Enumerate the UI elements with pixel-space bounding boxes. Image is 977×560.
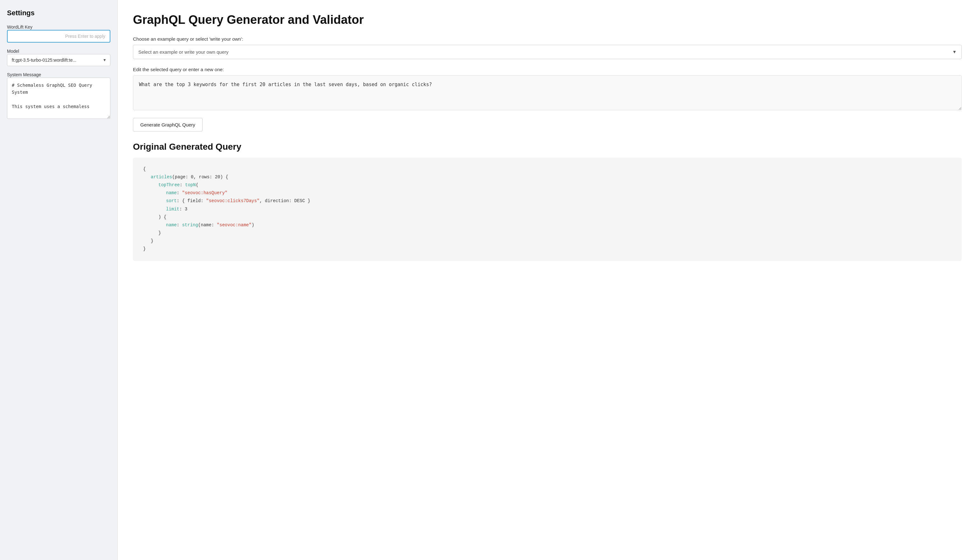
code-line-2: articles(page: 0, rows: 20) { bbox=[143, 173, 952, 181]
code-field-sort: sort bbox=[166, 198, 177, 203]
code-line-3: topThree: topN( bbox=[143, 181, 952, 189]
page-title: GraphQL Query Generator and Validator bbox=[133, 13, 962, 27]
code-field-limit: limit bbox=[166, 207, 179, 212]
original-query-title: Original Generated Query bbox=[133, 142, 962, 152]
code-func-string: string bbox=[182, 222, 198, 228]
system-message-label: System Message bbox=[7, 72, 41, 77]
code-field-name: name bbox=[166, 190, 177, 195]
code-line-8: name: string(name: "seovoc:name") bbox=[143, 221, 952, 229]
code-line-6: limit: 3 bbox=[143, 205, 952, 213]
code-block: { articles(page: 0, rows: 20) { topThree… bbox=[133, 158, 962, 261]
main-content: GraphQL Query Generator and Validator Ch… bbox=[118, 0, 977, 560]
generate-graphql-button[interactable]: Generate GraphQL Query bbox=[133, 118, 202, 132]
code-line-7: ) { bbox=[143, 213, 952, 221]
code-string-hasquery: "seovoc:hasQuery" bbox=[182, 190, 227, 195]
system-message-textarea[interactable]: # Schemaless GraphQL SEO Query System Th… bbox=[7, 78, 110, 119]
model-select-wrapper: ft:gpt-3.5-turbo-0125:wordlift:te... ▼ bbox=[7, 54, 110, 66]
model-label: Model bbox=[7, 48, 19, 54]
example-query-select-wrapper: Select an example or write your own quer… bbox=[133, 45, 962, 59]
code-field-topthree: topThree bbox=[159, 182, 180, 188]
code-line-1: { bbox=[143, 165, 952, 173]
code-line-9: } bbox=[143, 229, 952, 237]
model-select[interactable]: ft:gpt-3.5-turbo-0125:wordlift:te... bbox=[7, 54, 110, 66]
wordlift-key-label: WordLift Key bbox=[7, 25, 32, 30]
code-func-topn: topN bbox=[185, 182, 196, 188]
example-query-select[interactable]: Select an example or write your own quer… bbox=[133, 45, 962, 59]
example-query-label: Choose an example query or select 'write… bbox=[133, 36, 962, 42]
edit-query-label: Edit the selected query or enter a new o… bbox=[133, 67, 962, 72]
code-line-11: } bbox=[143, 245, 952, 253]
sidebar-title: Settings bbox=[7, 9, 110, 17]
query-textarea[interactable]: What are the top 3 keywords for the firs… bbox=[133, 75, 962, 110]
code-field-name2: name bbox=[166, 222, 177, 228]
wordlift-key-input[interactable] bbox=[7, 30, 110, 43]
code-field-articles: articles bbox=[151, 175, 172, 180]
code-line-4: name: "seovoc:hasQuery" bbox=[143, 189, 952, 197]
code-line-5: sort: { field: "seovoc:clicks7Days", dir… bbox=[143, 197, 952, 205]
code-line-10: } bbox=[143, 237, 952, 245]
code-string-clicks7days: "seovoc:clicks7Days" bbox=[206, 198, 259, 203]
code-string-seoname: "seovoc:name" bbox=[217, 222, 252, 228]
sidebar: Settings WordLift Key Model ft:gpt-3.5-t… bbox=[0, 0, 118, 560]
